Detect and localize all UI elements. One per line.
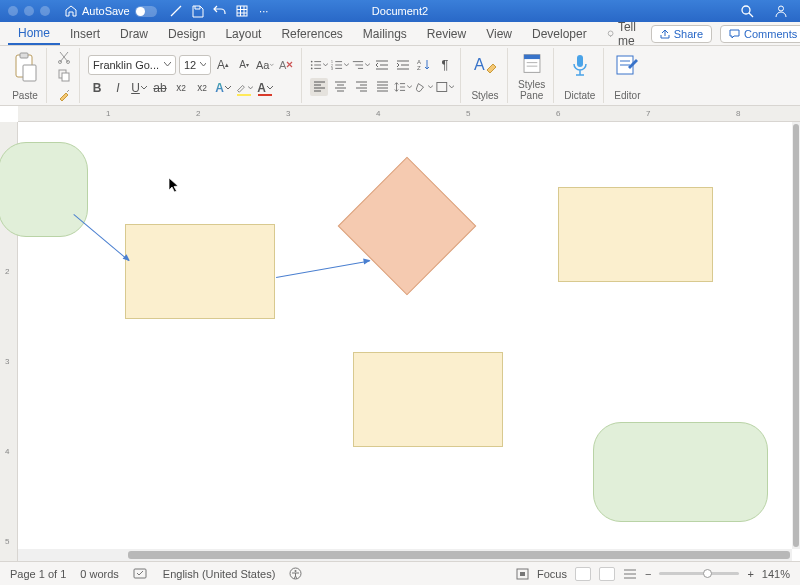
svg-text:3: 3 bbox=[331, 67, 333, 71]
tab-layout[interactable]: Layout bbox=[215, 22, 271, 45]
shape-rounded-rect-1[interactable] bbox=[0, 142, 88, 237]
borders-icon[interactable] bbox=[436, 78, 454, 96]
zoom-in-icon[interactable]: + bbox=[747, 568, 753, 580]
line-tool-icon[interactable] bbox=[169, 4, 183, 18]
comments-button[interactable]: Comments bbox=[720, 25, 800, 43]
more-icon[interactable]: ··· bbox=[257, 4, 271, 18]
status-page[interactable]: Page 1 of 1 bbox=[10, 568, 66, 580]
tab-tellme[interactable]: Tell me bbox=[597, 22, 651, 45]
cut-icon[interactable] bbox=[55, 50, 73, 64]
status-zoom[interactable]: 141% bbox=[762, 568, 790, 580]
autosave-toggle[interactable]: AutoSave bbox=[82, 5, 157, 17]
superscript-icon[interactable]: x2 bbox=[193, 79, 211, 97]
subscript-icon[interactable]: x2 bbox=[172, 79, 190, 97]
shape-rect-1[interactable] bbox=[125, 224, 275, 319]
show-marks-icon[interactable]: ¶ bbox=[436, 56, 454, 74]
font-family-combo[interactable]: Franklin Go... bbox=[88, 55, 176, 75]
tab-home[interactable]: Home bbox=[8, 22, 60, 45]
svg-point-18 bbox=[311, 60, 313, 62]
share-button[interactable]: Share bbox=[651, 25, 712, 43]
highlight-icon[interactable] bbox=[235, 79, 253, 97]
tab-draw[interactable]: Draw bbox=[110, 22, 158, 45]
mic-icon bbox=[569, 52, 591, 80]
format-painter-icon[interactable] bbox=[55, 87, 73, 101]
home-icon[interactable] bbox=[64, 4, 78, 18]
italic-icon[interactable]: I bbox=[109, 79, 127, 97]
numbering-icon[interactable]: 123 bbox=[331, 56, 349, 74]
tab-view[interactable]: View bbox=[476, 22, 522, 45]
dictate-label: Dictate bbox=[564, 90, 595, 101]
status-language[interactable]: English (United States) bbox=[163, 568, 276, 580]
close-dot[interactable] bbox=[8, 6, 18, 16]
change-case-icon[interactable]: Aa bbox=[256, 56, 274, 74]
zoom-dot[interactable] bbox=[40, 6, 50, 16]
accessibility-icon[interactable] bbox=[289, 567, 302, 580]
text-effects-icon[interactable]: A bbox=[214, 79, 232, 97]
minimize-dot[interactable] bbox=[24, 6, 34, 16]
sort-icon[interactable]: AZ bbox=[415, 56, 433, 74]
bullets-icon[interactable] bbox=[310, 56, 328, 74]
tab-design[interactable]: Design bbox=[158, 22, 215, 45]
editor-icon bbox=[614, 52, 640, 78]
ribbon-tabs: Home Insert Draw Design Layout Reference… bbox=[0, 22, 800, 46]
tab-mailings[interactable]: Mailings bbox=[353, 22, 417, 45]
status-words[interactable]: 0 words bbox=[80, 568, 119, 580]
svg-point-8 bbox=[779, 6, 784, 11]
dictate-group[interactable]: Dictate bbox=[556, 48, 604, 103]
outdent-icon[interactable] bbox=[373, 56, 391, 74]
connector-arrow-1[interactable] bbox=[73, 214, 129, 261]
connector-arrow-2[interactable] bbox=[276, 261, 370, 278]
tab-references[interactable]: References bbox=[271, 22, 352, 45]
zoom-out-icon[interactable]: − bbox=[645, 568, 651, 580]
grow-font-icon[interactable]: A▴ bbox=[214, 56, 232, 74]
styles-pane-group[interactable]: Styles Pane bbox=[510, 48, 554, 103]
paste-icon[interactable] bbox=[12, 52, 38, 82]
editor-group[interactable]: Editor bbox=[606, 48, 648, 103]
svg-text:A: A bbox=[279, 59, 287, 71]
tab-review[interactable]: Review bbox=[417, 22, 476, 45]
editor-label: Editor bbox=[614, 90, 640, 101]
indent-icon[interactable] bbox=[394, 56, 412, 74]
save-icon[interactable] bbox=[191, 4, 205, 18]
shape-rect-2[interactable] bbox=[558, 187, 713, 282]
align-center-icon[interactable] bbox=[331, 78, 349, 96]
undo-icon[interactable] bbox=[213, 4, 227, 18]
strikethrough-icon[interactable]: ab bbox=[151, 79, 169, 97]
view-outline-icon[interactable] bbox=[623, 568, 637, 580]
multilevel-icon[interactable] bbox=[352, 56, 370, 74]
line-spacing-icon[interactable] bbox=[394, 78, 412, 96]
user-icon[interactable] bbox=[774, 4, 788, 18]
clear-format-icon[interactable]: A bbox=[277, 56, 295, 74]
shading-icon[interactable] bbox=[415, 78, 433, 96]
styles-group[interactable]: A Styles bbox=[463, 48, 508, 103]
focus-icon[interactable] bbox=[516, 568, 529, 580]
view-web-icon[interactable] bbox=[599, 567, 615, 581]
shape-rounded-rect-2[interactable] bbox=[593, 422, 768, 522]
status-focus[interactable]: Focus bbox=[537, 568, 567, 580]
font-color-icon[interactable]: A bbox=[256, 79, 274, 97]
tab-insert[interactable]: Insert bbox=[60, 22, 110, 45]
align-left-icon[interactable] bbox=[310, 78, 328, 96]
justify-icon[interactable] bbox=[373, 78, 391, 96]
shape-diamond[interactable] bbox=[338, 157, 477, 296]
window-controls[interactable] bbox=[8, 6, 50, 16]
grid-icon[interactable] bbox=[235, 4, 249, 18]
copy-icon[interactable] bbox=[55, 68, 73, 82]
shrink-font-icon[interactable]: A▾ bbox=[235, 56, 253, 74]
shape-rect-3[interactable] bbox=[353, 352, 503, 447]
align-right-icon[interactable] bbox=[352, 78, 370, 96]
view-print-icon[interactable] bbox=[575, 567, 591, 581]
spell-check-icon[interactable] bbox=[133, 567, 149, 580]
svg-rect-60 bbox=[437, 82, 447, 91]
font-size-combo[interactable]: 12 bbox=[179, 55, 211, 75]
autosave-switch[interactable] bbox=[135, 6, 157, 17]
document-canvas[interactable] bbox=[18, 122, 792, 561]
scrollbar-vertical[interactable] bbox=[792, 122, 800, 549]
zoom-slider[interactable] bbox=[659, 572, 739, 575]
scrollbar-horizontal[interactable] bbox=[18, 549, 792, 561]
search-icon[interactable] bbox=[740, 4, 754, 18]
ruler-horizontal[interactable]: 1 2 3 4 5 6 7 8 bbox=[18, 106, 800, 122]
tab-developer[interactable]: Developer bbox=[522, 22, 597, 45]
bold-icon[interactable]: B bbox=[88, 79, 106, 97]
underline-icon[interactable]: U bbox=[130, 79, 148, 97]
